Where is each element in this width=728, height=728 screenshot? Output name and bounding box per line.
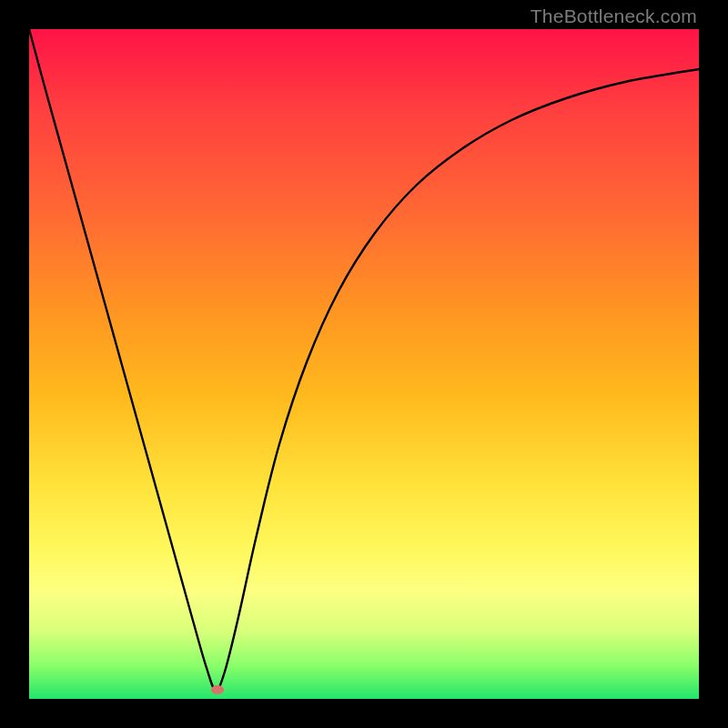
watermark-text: TheBottleneck.com [531, 5, 697, 27]
chart-frame: TheBottleneck.com [0, 0, 728, 728]
plot-area [29, 29, 699, 699]
curve-svg [29, 29, 699, 699]
min-point-marker [211, 685, 224, 694]
bottleneck-curve [29, 29, 699, 690]
